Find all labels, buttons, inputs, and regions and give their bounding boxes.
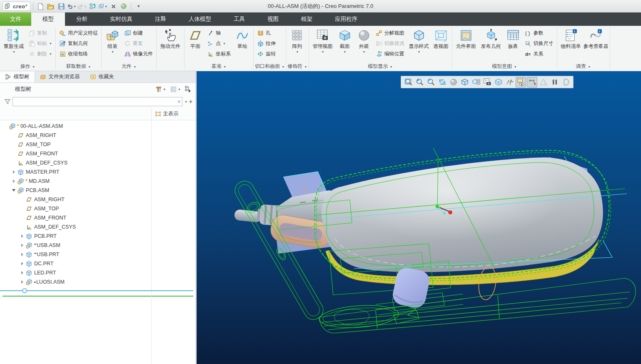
tree-row[interactable]: MASTER.PRT [0,167,196,177]
power-bank-body[interactable] [322,157,603,272]
mirror-component-button[interactable]: 镜像元件 [123,50,154,58]
annotation-display-button[interactable] [516,77,526,87]
tree-row[interactable]: ASM_FRONT [0,149,196,158]
group-label-investigate[interactable]: 调查 ▼ [559,63,609,71]
tree-row[interactable]: ASM_RIGHT [0,131,196,140]
geometry-warning-button[interactable] [538,77,549,87]
save-button[interactable] [57,2,66,11]
expand-arrow[interactable] [19,271,25,274]
component-interface-button[interactable]: 元件界面 [454,27,479,63]
tab-model[interactable]: 模型 [31,12,65,26]
display-style-toggle-button[interactable] [459,77,470,87]
tree-row[interactable]: ASM_TOP [0,204,196,213]
expand-arrow[interactable] [19,234,25,238]
graphics-area[interactable]: + − [197,71,641,364]
tree-row[interactable]: ″USB.ASM [0,241,196,250]
group-label-model-intent[interactable]: 模型意图 ▼ [454,63,556,71]
tree-row[interactable]: ▪LUOSI.ASM [0,277,196,287]
expand-arrow[interactable] [19,262,25,265]
paste-button[interactable]: 粘贴▼ [27,39,53,47]
expand-arrow[interactable] [19,280,25,284]
filter-dropdown[interactable]: ▼ [185,100,187,103]
clear-filter-icon[interactable]: ✕ [176,99,182,105]
switch-state-button[interactable]: 切换状况 [375,39,405,47]
sketch-button[interactable]: 草绘 [233,27,252,63]
tree-row[interactable]: ″USB.PRT [0,250,196,259]
resume-button[interactable] [561,77,571,87]
extrude-button[interactable]: 拉伸 [256,39,277,47]
pattern-button[interactable]: 阵列▼ [287,27,307,63]
edit-position-button[interactable]: 编辑位置 [375,50,405,58]
tree-row[interactable]: DC.PRT [0,259,196,268]
shrinkwrap-button[interactable]: 收缩包络 [58,50,99,58]
collapse-arrow[interactable] [11,189,17,192]
group-label-datum[interactable]: 基准 ▼ [186,63,252,71]
relations-button[interactable]: 关系 [524,50,554,58]
perspective-toggle-button[interactable] [493,77,504,87]
undo-button[interactable]: ▼ [67,2,76,11]
regenerate-quick-button[interactable] [88,2,97,11]
tab-live-simulation[interactable]: 实时仿真 [99,12,144,26]
datum-plane-button[interactable]: 平面 [186,27,205,63]
insert-here-indicator[interactable] [0,288,196,293]
tree-row[interactable]: ASM_FRONT [0,213,196,222]
tab-file[interactable]: 文件 [0,12,31,26]
close-window-button[interactable] [109,2,118,11]
tab-applications[interactable]: 应用程序 [324,12,369,26]
filter-funnel-icon[interactable] [4,98,11,105]
assemble-button[interactable]: 组装▼ [103,27,122,63]
saved-orientations-button[interactable] [471,77,481,87]
pause-button[interactable] [549,77,560,87]
display-style-button[interactable]: 显示样式▼ [407,27,431,63]
tab-favorites[interactable]: 收藏夹 [85,71,120,82]
perspective-button[interactable]: 透视图 [431,27,451,63]
group-label-component[interactable]: 元件 ▼ [103,63,155,71]
delete-button[interactable]: 删除▼ [27,50,53,58]
view-manager-button[interactable] [482,77,492,87]
add-filter-button[interactable]: + [189,98,192,105]
tree-row[interactable]: PCB.PRT [0,232,196,241]
tab-framework[interactable]: 框架 [290,12,324,26]
group-label-model-display[interactable]: 模型显示 ▼ [310,63,451,71]
repaint-button[interactable] [437,77,447,87]
reference-viewer-button[interactable]: 参考查看器 [584,27,609,63]
tree-tools-button[interactable] [154,85,162,93]
open-file-button[interactable] [46,2,55,11]
udf-button[interactable]: 用户定义特征 [58,29,99,37]
column-header-main-representation[interactable]: 主表示 [155,110,179,117]
expand-arrow[interactable] [19,244,25,247]
appearance-button[interactable]: 外观▼ [354,27,374,63]
redo-button[interactable]: ▼ [77,2,87,11]
repeat-button[interactable]: 重复 [123,39,154,47]
tree-display-options-button[interactable] [169,85,177,93]
zoom-in-button[interactable]: + [414,77,425,87]
revolve-button[interactable]: 旋转 [256,50,277,58]
datum-point-button[interactable]: 点▼ [206,39,232,47]
hole-button[interactable]: 孔 [256,29,277,37]
zoom-out-button[interactable]: − [426,77,436,87]
tree-row[interactable]: LED.PRT [0,268,196,277]
tree-filter-input[interactable] [12,97,182,106]
tree-row[interactable]: PCB.ASM [0,186,196,195]
exploded-view-button[interactable]: 分解视图 [375,29,405,37]
tree-row-root[interactable]: ▲00-ALL-ASM.ASM [0,122,196,131]
tab-view[interactable]: 视图 [256,12,290,26]
group-label-cut-surface[interactable]: 切口和曲面 ▼ [255,63,284,71]
publish-geometry-button[interactable]: 发布几何 [479,27,504,63]
window-switch-button[interactable]: ▼ [98,2,107,11]
datum-display-filters-button[interactable] [504,77,515,87]
tree-row[interactable]: ASM_DEF_CSYS [0,222,196,232]
datum-csys-button[interactable]: 坐标系 [206,50,232,58]
tab-folder-browser[interactable]: 文件夹浏览器 [35,71,85,82]
tab-annotate[interactable]: 注释 [144,12,177,26]
insert-here-handle[interactable] [22,288,27,293]
zoom-fit-button[interactable] [403,77,414,87]
tab-analysis[interactable]: 分析 [65,12,99,26]
create-component-button[interactable]: 创建 [123,29,154,37]
copy-geometry-button[interactable]: 复制几何 [58,39,99,47]
datum-axis-button[interactable]: 轴 [206,29,232,37]
shading-button[interactable] [448,77,459,87]
tree-row[interactable]: ASM_DEF_CSYS [0,158,196,167]
tree-row[interactable]: ASM_TOP [0,140,196,149]
expand-arrow[interactable] [11,170,17,174]
